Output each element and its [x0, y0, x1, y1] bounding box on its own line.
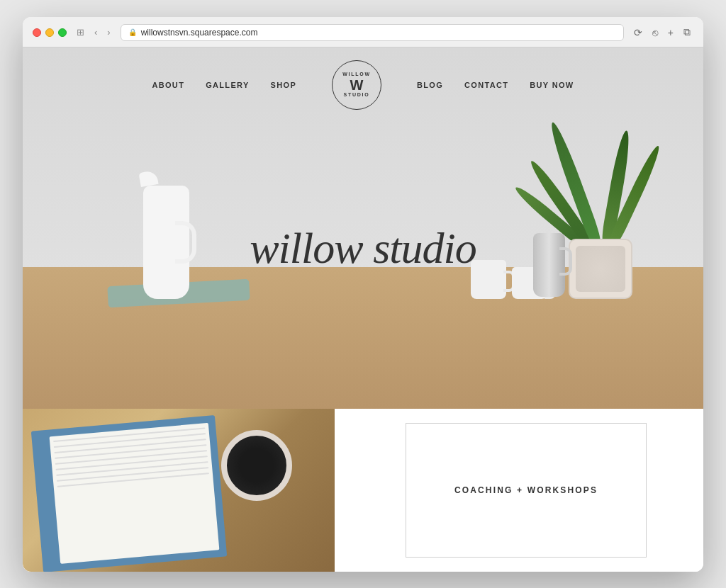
hero-title: willow studio [250, 222, 476, 273]
minimize-button[interactable] [45, 28, 54, 37]
website-content: ABOUT GALLERY SHOP WILLOW W STUDIO BLOG … [23, 47, 703, 572]
nav-about[interactable]: ABOUT [152, 81, 184, 89]
sidebar-toggle-button[interactable]: ⊞ [74, 26, 87, 39]
coaching-label: COACHING + WORKSHOPS [454, 485, 598, 495]
below-hero-section: COACHING + WORKSHOPS [23, 409, 703, 572]
coffee-cup [221, 430, 292, 501]
site-logo[interactable]: WILLOW W STUDIO [332, 60, 381, 110]
address-bar[interactable]: 🔒 willowstnsvn.squarespace.com [121, 24, 624, 41]
tabs-button[interactable]: ⧉ [681, 25, 693, 40]
forward-button[interactable]: › [104, 26, 113, 39]
below-hero-image [23, 409, 335, 572]
navigation: ABOUT GALLERY SHOP WILLOW W STUDIO BLOG … [23, 47, 703, 123]
browser-actions: ⟳ ⎋ + ⧉ [631, 25, 693, 40]
plant-pot [569, 239, 632, 299]
nav-gallery[interactable]: GALLERY [206, 81, 249, 89]
book-image [31, 415, 227, 572]
traffic-lights [33, 28, 67, 37]
book-pages [50, 422, 220, 563]
hero-section: ABOUT GALLERY SHOP WILLOW W STUDIO BLOG … [23, 47, 703, 409]
new-tab-button[interactable]: + [665, 25, 676, 40]
pitcher-handle [175, 221, 196, 264]
lock-icon: 🔒 [128, 28, 137, 36]
metal-jug [533, 233, 572, 304]
close-button[interactable] [33, 28, 41, 37]
metal-jug-handle [559, 247, 572, 276]
browser-chrome: ⊞ ‹ › 🔒 willowstnsvn.squarespace.com ⟳ ⎋… [23, 17, 703, 47]
reload-button[interactable]: ⟳ [631, 25, 645, 40]
logo-w: W [350, 78, 364, 92]
back-button[interactable]: ‹ [91, 26, 100, 39]
metal-jug-body [533, 233, 565, 297]
logo-text-bottom: STUDIO [344, 92, 370, 98]
nav-buy-now[interactable]: BUY NOW [530, 81, 574, 89]
browser-controls: ⊞ ‹ › [74, 26, 113, 39]
white-pitcher [129, 171, 200, 299]
browser-window: ⊞ ‹ › 🔒 willowstnsvn.squarespace.com ⟳ ⎋… [23, 17, 703, 572]
coaching-card: COACHING + WORKSHOPS [406, 423, 647, 558]
url-text: willowstnsvn.squarespace.com [141, 28, 258, 38]
share-button[interactable]: ⎋ [649, 25, 661, 40]
nav-blog[interactable]: BLOG [417, 81, 443, 89]
pitcher-spout [138, 169, 158, 186]
nav-contact[interactable]: CONTACT [464, 81, 508, 89]
nav-shop[interactable]: SHOP [271, 81, 296, 89]
plant-container [569, 239, 632, 299]
maximize-button[interactable] [58, 28, 67, 37]
